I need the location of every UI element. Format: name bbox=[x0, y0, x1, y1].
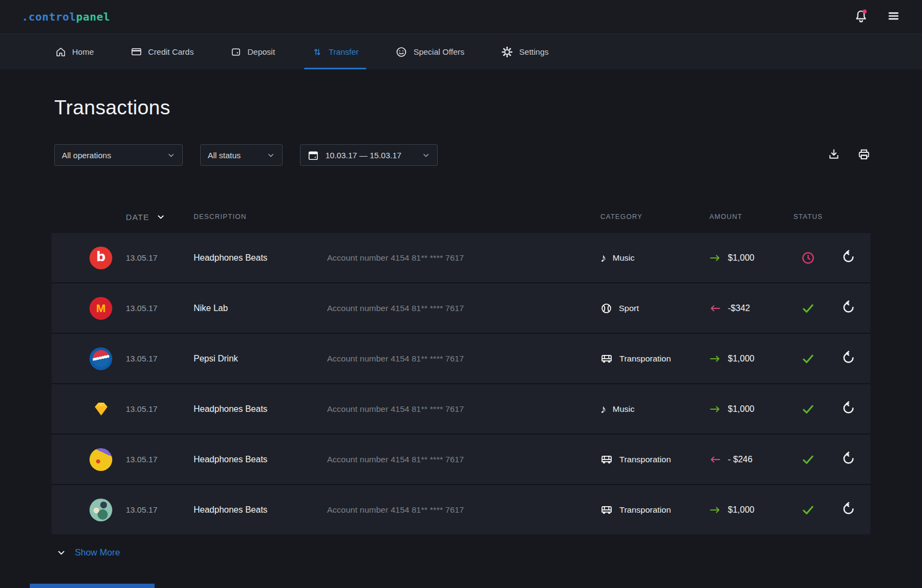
hamburger-menu-icon bbox=[887, 9, 900, 24]
repeat-cell bbox=[827, 500, 870, 520]
transaction-account: Account number 4154 81** **** 7617 bbox=[327, 455, 464, 464]
menu-button[interactable] bbox=[887, 9, 900, 24]
status-cell bbox=[789, 402, 827, 416]
description-cell: Nike Lab bbox=[194, 303, 327, 313]
category-cell: ♪Music bbox=[600, 403, 709, 415]
category-cell: Sport bbox=[600, 302, 709, 314]
print-button[interactable] bbox=[857, 148, 870, 163]
pending-clock-icon bbox=[801, 251, 815, 265]
account-cell: Account number 4154 81** **** 7617 bbox=[327, 303, 600, 313]
date-range-picker[interactable]: 10.03.17 — 15.03.17 bbox=[300, 144, 438, 166]
card-icon bbox=[131, 46, 142, 57]
repeat-cell bbox=[827, 298, 870, 318]
nav-item-special-offers[interactable]: Special Offers bbox=[392, 34, 468, 69]
status-cell bbox=[789, 301, 827, 315]
amount-value: - $246 bbox=[728, 455, 752, 464]
repeat-transaction-button[interactable] bbox=[840, 399, 858, 419]
logo-prefix: .control bbox=[22, 10, 76, 23]
page-title: Transactions bbox=[54, 96, 870, 119]
undo-icon bbox=[842, 451, 856, 467]
account-cell: Account number 4154 81** **** 7617 bbox=[327, 455, 600, 464]
repeat-transaction-button[interactable] bbox=[840, 248, 858, 268]
column-header-date[interactable]: DATE bbox=[111, 212, 194, 222]
arrow-outgoing-icon bbox=[709, 305, 721, 312]
beats-letter: b bbox=[96, 249, 105, 264]
transaction-description: Nike Lab bbox=[194, 303, 228, 313]
transaction-row: M13.05.17Nike LabAccount number 4154 81*… bbox=[52, 283, 870, 334]
transaction-description: Headphones Beats bbox=[194, 455, 267, 464]
chevron-down-icon bbox=[267, 151, 275, 159]
bus-icon bbox=[600, 352, 613, 365]
column-header-category: CATEGORY bbox=[600, 213, 709, 221]
sketch-logo bbox=[89, 398, 112, 421]
transaction-date: 13.05.17 bbox=[126, 404, 157, 413]
gear-icon bbox=[501, 46, 513, 58]
status-filter-select[interactable]: All status bbox=[200, 144, 283, 166]
transaction-account: Account number 4154 81** **** 7617 bbox=[327, 505, 464, 515]
undo-icon bbox=[842, 250, 856, 266]
home-icon bbox=[55, 47, 66, 57]
transaction-account: Account number 4154 81** **** 7617 bbox=[327, 404, 464, 414]
category-cell: Transporation bbox=[600, 352, 709, 365]
avatar-cell bbox=[52, 347, 111, 370]
date-cell: 13.05.17 bbox=[111, 404, 194, 413]
transaction-description: Headphones Beats bbox=[194, 404, 267, 414]
category-cell: Transporation bbox=[600, 453, 709, 466]
transaction-date: 13.05.17 bbox=[126, 455, 157, 464]
operations-filter-select[interactable]: All operations bbox=[54, 144, 183, 166]
transaction-date: 13.05.17 bbox=[126, 505, 157, 514]
transaction-account: Account number 4154 81** **** 7617 bbox=[327, 303, 464, 313]
nav-item-deposit[interactable]: Deposit bbox=[227, 34, 278, 69]
amount-value: $1,000 bbox=[728, 253, 754, 263]
bus-icon bbox=[600, 503, 613, 516]
amount-cell: $1,000 bbox=[709, 505, 789, 515]
logo-suffix: panel bbox=[76, 10, 110, 23]
status-cell bbox=[789, 352, 827, 366]
repeat-transaction-button[interactable] bbox=[840, 500, 858, 520]
transaction-account: Account number 4154 81** **** 7617 bbox=[327, 253, 464, 263]
column-header-status: STATUS bbox=[789, 213, 827, 221]
repeat-transaction-button[interactable] bbox=[840, 298, 858, 318]
date-cell: 13.05.17 bbox=[111, 455, 194, 464]
column-header-amount: AMOUNT bbox=[709, 213, 789, 221]
music-note-icon: ♪ bbox=[600, 252, 606, 263]
category-label: Transporation bbox=[619, 354, 671, 364]
description-cell: Headphones Beats bbox=[194, 253, 327, 263]
repeat-transaction-button[interactable] bbox=[840, 348, 858, 369]
nav-item-home[interactable]: Home bbox=[52, 34, 97, 69]
calendar-icon bbox=[308, 150, 319, 161]
pepsi-globe bbox=[93, 350, 110, 367]
download-button[interactable] bbox=[828, 148, 840, 162]
avatar-cell bbox=[52, 398, 111, 421]
nav-item-credit-cards[interactable]: Credit Cards bbox=[127, 34, 197, 69]
success-check-icon bbox=[801, 301, 815, 315]
show-more-button[interactable]: Show More bbox=[57, 547, 120, 558]
amount-cell: - $246 bbox=[709, 455, 789, 464]
nav-item-label: Special Offers bbox=[413, 47, 464, 56]
category-label: Sport bbox=[619, 303, 639, 313]
app-window: .controlpanel HomeC bbox=[0, 0, 922, 588]
download-icon bbox=[828, 148, 840, 162]
notifications-button[interactable] bbox=[854, 9, 868, 25]
beats-logo: b bbox=[89, 247, 112, 269]
transaction-row: 13.05.17Headphones BeatsAccount number 4… bbox=[52, 384, 870, 435]
mcdonalds-logo: M bbox=[89, 297, 112, 320]
transfer-icon bbox=[312, 47, 323, 57]
undo-icon bbox=[842, 502, 856, 518]
category-cell: ♪Music bbox=[600, 252, 709, 263]
nav-item-label: Deposit bbox=[247, 47, 275, 56]
transaction-description: Pepsi Drink bbox=[194, 354, 238, 364]
category-label: Music bbox=[613, 404, 635, 414]
nav-item-settings[interactable]: Settings bbox=[498, 34, 552, 69]
filters-bar: All operations All status bbox=[54, 144, 870, 166]
bus-icon bbox=[600, 453, 613, 466]
nav-item-transfer[interactable]: Transfer bbox=[309, 34, 362, 69]
arrow-outgoing-icon bbox=[709, 456, 721, 463]
avatar-cell: b bbox=[52, 247, 111, 269]
arrow-incoming-icon bbox=[709, 355, 721, 363]
smile-icon bbox=[395, 46, 407, 58]
repeat-cell bbox=[827, 449, 870, 469]
mcdonalds-letter: M bbox=[96, 302, 106, 315]
music-note-icon: ♪ bbox=[600, 403, 606, 415]
repeat-transaction-button[interactable] bbox=[840, 449, 858, 469]
